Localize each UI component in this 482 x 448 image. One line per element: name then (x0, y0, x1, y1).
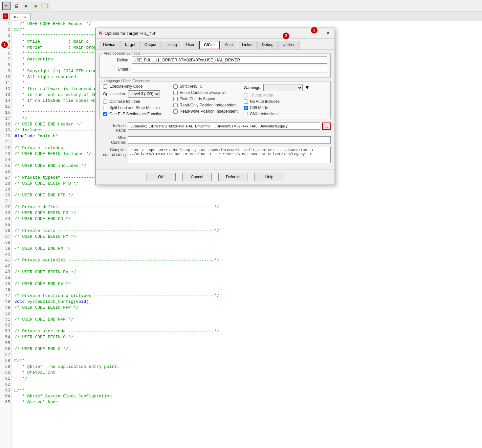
tab-output[interactable]: Output (140, 41, 161, 49)
toolbar-build-btn[interactable]: ✂ (2, 2, 11, 10)
main-c-tab[interactable]: main.c (9, 13, 31, 20)
ok-button[interactable]: OK (146, 173, 176, 181)
optimization-row: Optimization: Level 3 (-O3) (103, 90, 172, 98)
code-line (14, 252, 482, 258)
badge-2-container: 2 (283, 33, 289, 39)
opt-time-cb[interactable] (103, 100, 107, 104)
code-line (14, 352, 482, 358)
include-paths-browse-btn[interactable]: ... (322, 123, 331, 130)
code-line: /* USER CODE END PM */ (14, 246, 482, 252)
thumb-mode-row: Thumb Mode (244, 93, 327, 98)
code-line: □/** (14, 388, 482, 393)
include-paths-input[interactable] (128, 123, 320, 130)
compiler-control-label: Compiler control string (99, 147, 126, 157)
readwrite-pos-label: Read-Write Position Independent (180, 109, 238, 114)
execute-only-cb[interactable] (103, 84, 107, 89)
tab-target[interactable]: Target (120, 41, 140, 49)
code-line (14, 263, 482, 269)
language-label: Language / Code Generation (102, 79, 152, 83)
readonly-pos-cb[interactable] (173, 103, 178, 107)
code-line: void SystemClock_Config(void); (14, 299, 482, 305)
tab-linker[interactable]: Linker (238, 41, 257, 49)
code-line (14, 222, 482, 228)
toolbar-green2-btn[interactable]: ◆ (32, 2, 40, 10)
toolbar-doc-btn[interactable]: 📋 (41, 2, 50, 10)
code-line (14, 275, 482, 281)
cancel-button[interactable]: Cancel (182, 173, 212, 181)
tab-user[interactable]: User (182, 41, 199, 49)
plain-char-cb[interactable] (173, 97, 178, 101)
undefine-input[interactable] (132, 66, 327, 73)
gnu-ext-cb[interactable] (244, 112, 248, 116)
toolbar: ✂ 🖨 ◆ ◆ 📋 (0, 0, 482, 12)
tab-device[interactable]: Device (99, 41, 120, 49)
code-line: /* Private variables -------------------… (14, 258, 482, 263)
warnings-select[interactable] (263, 84, 303, 91)
code-line: /* USER CODE BEGIN Header */ (14, 21, 482, 27)
code-line: * @brief System Clock Configuration (14, 393, 482, 399)
define-row: Define: (103, 56, 327, 64)
code-line (14, 198, 482, 204)
code-line: */ (14, 376, 482, 382)
editor-container: 1 2 3 4 5 6 7 8 9 10 11 12 13 14 15 16 1… (0, 21, 482, 448)
code-line: * @retval None (14, 399, 482, 405)
dialog-footer: OK Cancel Defaults Help (96, 169, 335, 185)
code-line (14, 187, 482, 192)
code-line: /* USER CODE END 0 */ (14, 346, 482, 352)
code-line: /* USER CODE END PFP */ (14, 317, 482, 323)
tab-listing[interactable]: Listing (161, 41, 181, 49)
strict-ansi-cb[interactable] (173, 84, 178, 89)
c99-mode-cb[interactable] (244, 106, 248, 110)
toolbar-print-btn[interactable]: 🖨 (12, 2, 20, 10)
misc-controls-input[interactable] (128, 136, 331, 144)
code-line: /* USER CODE BEGIN PFP */ (14, 305, 482, 311)
readonly-pos-row: Read-Only Position Independent (173, 103, 242, 107)
code-line: /* Private macro -----------------------… (14, 228, 482, 234)
define-label: Define: (103, 58, 129, 62)
readonly-pos-label: Read-Only Position Independent (180, 103, 236, 107)
execute-only-row: Execute-only Code (103, 84, 172, 89)
help-button[interactable]: Help (254, 173, 284, 181)
include-paths-label: IncludePaths (99, 123, 126, 133)
code-line: /* Private user code -------------------… (14, 328, 482, 334)
tab-utilities[interactable]: Utilities (278, 41, 300, 49)
code-line (14, 382, 482, 388)
defaults-button[interactable]: Defaults (218, 173, 248, 181)
tab-asm[interactable]: Asm (221, 41, 237, 49)
no-auto-cb[interactable] (244, 100, 248, 104)
c99-mode-label: C99 Mode (250, 105, 268, 110)
dialog-close-btn[interactable]: ✕ (325, 30, 331, 36)
define-input[interactable] (132, 56, 327, 64)
undefine-label: Undef: (103, 67, 129, 72)
code-line: * @brief The application entry point. (14, 364, 482, 370)
split-load-cb[interactable] (103, 106, 107, 110)
tab-cpp[interactable]: C/C++ (199, 41, 220, 49)
code-line: /* USER CODE BEGIN PM */ (14, 234, 482, 240)
dialog-titlebar: W Options for Target 'HIL_4.4' 2 ✕ (96, 28, 335, 39)
one-elf-row: One ELF Section per Function (103, 112, 172, 116)
warnings-dropdown-icon[interactable]: ▼ (305, 85, 310, 91)
optimization-select[interactable]: Level 3 (-O3) (128, 90, 160, 98)
enum-container-cb[interactable] (173, 91, 178, 95)
toolbar-green1-btn[interactable]: ◆ (22, 2, 30, 10)
compiler-control-textarea[interactable]: -c99 -c -cpu Cortex-M4.fp.sp -g -O3 -apc… (128, 147, 331, 163)
dialog-icon: W (99, 31, 102, 35)
code-line (14, 311, 482, 317)
tab-debug[interactable]: Debug (257, 41, 277, 49)
warnings-label: Warnings: (244, 85, 261, 90)
one-elf-cb[interactable] (103, 112, 107, 116)
code-line: □/** (14, 358, 482, 364)
code-line: /* USER CODE BEGIN PV */ (14, 269, 482, 275)
readwrite-pos-cb[interactable] (173, 109, 178, 114)
thumb-mode-cb[interactable] (244, 93, 248, 98)
preprocessor-section: Preprocessor Symbols Define: Undef: (99, 54, 331, 78)
close-tab-x[interactable]: ✕ (3, 13, 8, 19)
code-line: * @retval int (14, 370, 482, 376)
enum-container-row: Enum Container always int (173, 90, 242, 95)
language-section: Language / Code Generation Execute-only … (99, 81, 331, 119)
options-dialog: W Options for Target 'HIL_4.4' 2 ✕ Devic… (95, 28, 335, 185)
readwrite-pos-row: Read-Write Position Independent (173, 109, 242, 114)
gnu-ext-label: GNU extensions (250, 112, 278, 116)
compiler-control-row: Compiler control string -c99 -c -cpu Cor… (99, 147, 331, 163)
misc-controls-label: MiscControls (99, 135, 126, 145)
